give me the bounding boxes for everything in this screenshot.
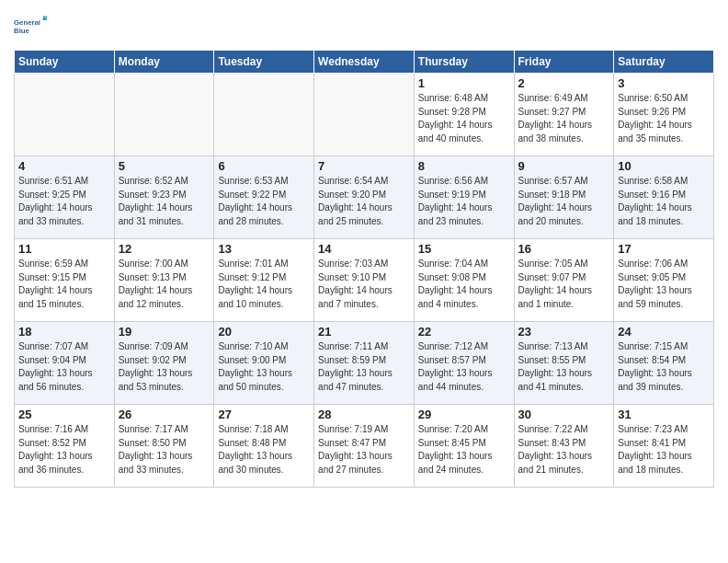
day-number: 29: [418, 408, 510, 421]
day-info: Sunrise: 6:51 AMSunset: 9:25 PMDaylight:…: [18, 175, 110, 228]
calendar-week-row: 25Sunrise: 7:16 AMSunset: 8:52 PMDayligh…: [15, 405, 714, 488]
calendar-cell: 28Sunrise: 7:19 AMSunset: 8:47 PMDayligh…: [314, 405, 415, 488]
calendar-cell: 15Sunrise: 7:04 AMSunset: 9:08 PMDayligh…: [414, 239, 514, 322]
weekday-header: Saturday: [614, 51, 714, 74]
calendar-cell: 1Sunrise: 6:48 AMSunset: 9:28 PMDaylight…: [414, 74, 514, 156]
calendar-cell: 20Sunrise: 7:10 AMSunset: 9:00 PMDayligh…: [214, 322, 314, 405]
calendar-cell: 24Sunrise: 7:15 AMSunset: 8:54 PMDayligh…: [614, 322, 714, 405]
day-info: Sunrise: 7:01 AMSunset: 9:12 PMDaylight:…: [218, 258, 310, 311]
day-info: Sunrise: 7:04 AMSunset: 9:08 PMDaylight:…: [418, 258, 510, 311]
logo: General Blue: [14, 9, 47, 42]
calendar-cell: [214, 74, 314, 156]
svg-text:Blue: Blue: [14, 27, 30, 35]
calendar-week-row: 4Sunrise: 6:51 AMSunset: 9:25 PMDaylight…: [15, 156, 714, 239]
day-number: 26: [119, 408, 210, 421]
day-number: 8: [418, 159, 510, 173]
calendar-cell: 25Sunrise: 7:16 AMSunset: 8:52 PMDayligh…: [15, 405, 115, 488]
day-info: Sunrise: 6:58 AMSunset: 9:16 PMDaylight:…: [618, 175, 710, 228]
day-info: Sunrise: 7:10 AMSunset: 9:00 PMDaylight:…: [218, 340, 310, 394]
calendar-cell: 9Sunrise: 6:57 AMSunset: 9:18 PMDaylight…: [514, 156, 614, 239]
day-number: 24: [618, 325, 710, 339]
day-info: Sunrise: 7:23 AMSunset: 8:41 PMDaylight:…: [618, 423, 710, 477]
calendar-cell: 6Sunrise: 6:53 AMSunset: 9:22 PMDaylight…: [214, 156, 314, 239]
calendar-cell: [114, 74, 214, 156]
calendar-table: SundayMondayTuesdayWednesdayThursdayFrid…: [14, 50, 714, 488]
day-number: 11: [18, 242, 110, 256]
day-number: 1: [418, 76, 510, 90]
day-info: Sunrise: 6:49 AMSunset: 9:27 PMDaylight:…: [518, 92, 610, 145]
day-number: 16: [518, 242, 610, 256]
day-info: Sunrise: 7:20 AMSunset: 8:45 PMDaylight:…: [418, 423, 510, 477]
day-info: Sunrise: 6:53 AMSunset: 9:22 PMDaylight:…: [218, 175, 310, 228]
page-header: General Blue: [14, 9, 714, 42]
day-info: Sunrise: 7:18 AMSunset: 8:48 PMDaylight:…: [218, 423, 310, 477]
day-number: 31: [618, 408, 710, 421]
day-number: 14: [318, 242, 410, 256]
day-info: Sunrise: 7:13 AMSunset: 8:55 PMDaylight:…: [518, 340, 610, 394]
weekday-header: Wednesday: [314, 51, 415, 74]
day-info: Sunrise: 6:54 AMSunset: 9:20 PMDaylight:…: [318, 175, 410, 228]
day-number: 21: [318, 325, 410, 339]
calendar-cell: 12Sunrise: 7:00 AMSunset: 9:13 PMDayligh…: [114, 239, 214, 322]
svg-text:General: General: [14, 18, 40, 27]
calendar-week-row: 11Sunrise: 6:59 AMSunset: 9:15 PMDayligh…: [15, 239, 714, 322]
day-info: Sunrise: 7:07 AMSunset: 9:04 PMDaylight:…: [18, 340, 110, 394]
day-number: 18: [18, 325, 110, 339]
calendar-cell: 2Sunrise: 6:49 AMSunset: 9:27 PMDaylight…: [514, 74, 614, 156]
weekday-header: Sunday: [15, 51, 115, 74]
calendar-cell: [15, 74, 115, 156]
day-number: 10: [618, 159, 710, 173]
calendar-cell: 27Sunrise: 7:18 AMSunset: 8:48 PMDayligh…: [214, 405, 314, 488]
weekday-header: Monday: [114, 51, 214, 74]
calendar-cell: 26Sunrise: 7:17 AMSunset: 8:50 PMDayligh…: [114, 405, 214, 488]
calendar-cell: 18Sunrise: 7:07 AMSunset: 9:04 PMDayligh…: [15, 322, 115, 405]
calendar-cell: 11Sunrise: 6:59 AMSunset: 9:15 PMDayligh…: [15, 239, 115, 322]
day-info: Sunrise: 6:56 AMSunset: 9:19 PMDaylight:…: [418, 175, 510, 228]
day-info: Sunrise: 7:03 AMSunset: 9:10 PMDaylight:…: [318, 258, 410, 311]
calendar-cell: 30Sunrise: 7:22 AMSunset: 8:43 PMDayligh…: [514, 405, 614, 488]
calendar-cell: 3Sunrise: 6:50 AMSunset: 9:26 PMDaylight…: [614, 74, 714, 156]
weekday-header-row: SundayMondayTuesdayWednesdayThursdayFrid…: [15, 51, 714, 74]
day-info: Sunrise: 7:11 AMSunset: 8:59 PMDaylight:…: [318, 340, 410, 394]
calendar-week-row: 18Sunrise: 7:07 AMSunset: 9:04 PMDayligh…: [15, 322, 714, 405]
day-number: 25: [18, 408, 110, 421]
calendar-cell: 8Sunrise: 6:56 AMSunset: 9:19 PMDaylight…: [414, 156, 514, 239]
day-number: 7: [318, 159, 410, 173]
day-number: 6: [218, 159, 310, 173]
calendar-cell: 5Sunrise: 6:52 AMSunset: 9:23 PMDaylight…: [114, 156, 214, 239]
day-number: 30: [518, 408, 610, 421]
calendar-week-row: 1Sunrise: 6:48 AMSunset: 9:28 PMDaylight…: [15, 74, 714, 156]
day-info: Sunrise: 7:00 AMSunset: 9:13 PMDaylight:…: [119, 258, 210, 311]
day-info: Sunrise: 7:22 AMSunset: 8:43 PMDaylight:…: [518, 423, 610, 477]
calendar-cell: 19Sunrise: 7:09 AMSunset: 9:02 PMDayligh…: [114, 322, 214, 405]
day-info: Sunrise: 7:17 AMSunset: 8:50 PMDaylight:…: [119, 423, 210, 477]
day-info: Sunrise: 7:05 AMSunset: 9:07 PMDaylight:…: [518, 258, 610, 311]
calendar-cell: [314, 74, 415, 156]
day-info: Sunrise: 7:19 AMSunset: 8:47 PMDaylight:…: [318, 423, 410, 477]
calendar-cell: 29Sunrise: 7:20 AMSunset: 8:45 PMDayligh…: [414, 405, 514, 488]
logo-icon: General Blue: [14, 9, 47, 42]
day-info: Sunrise: 7:16 AMSunset: 8:52 PMDaylight:…: [18, 423, 110, 477]
day-number: 20: [218, 325, 310, 339]
day-number: 3: [618, 76, 710, 90]
day-number: 4: [18, 159, 110, 173]
day-info: Sunrise: 6:50 AMSunset: 9:26 PMDaylight:…: [618, 92, 710, 145]
calendar-cell: 13Sunrise: 7:01 AMSunset: 9:12 PMDayligh…: [214, 239, 314, 322]
day-number: 23: [518, 325, 610, 339]
day-number: 2: [518, 76, 610, 90]
day-info: Sunrise: 6:57 AMSunset: 9:18 PMDaylight:…: [518, 175, 610, 228]
calendar-cell: 23Sunrise: 7:13 AMSunset: 8:55 PMDayligh…: [514, 322, 614, 405]
day-number: 17: [618, 242, 710, 256]
day-number: 19: [119, 325, 210, 339]
calendar-cell: 21Sunrise: 7:11 AMSunset: 8:59 PMDayligh…: [314, 322, 415, 405]
day-info: Sunrise: 7:12 AMSunset: 8:57 PMDaylight:…: [418, 340, 510, 394]
day-info: Sunrise: 6:52 AMSunset: 9:23 PMDaylight:…: [119, 175, 210, 228]
day-number: 15: [418, 242, 510, 256]
day-info: Sunrise: 7:09 AMSunset: 9:02 PMDaylight:…: [119, 340, 210, 394]
day-number: 22: [418, 325, 510, 339]
day-number: 13: [218, 242, 310, 256]
day-info: Sunrise: 6:48 AMSunset: 9:28 PMDaylight:…: [418, 92, 510, 145]
calendar-cell: 4Sunrise: 6:51 AMSunset: 9:25 PMDaylight…: [15, 156, 115, 239]
day-number: 9: [518, 159, 610, 173]
day-number: 27: [218, 408, 310, 421]
